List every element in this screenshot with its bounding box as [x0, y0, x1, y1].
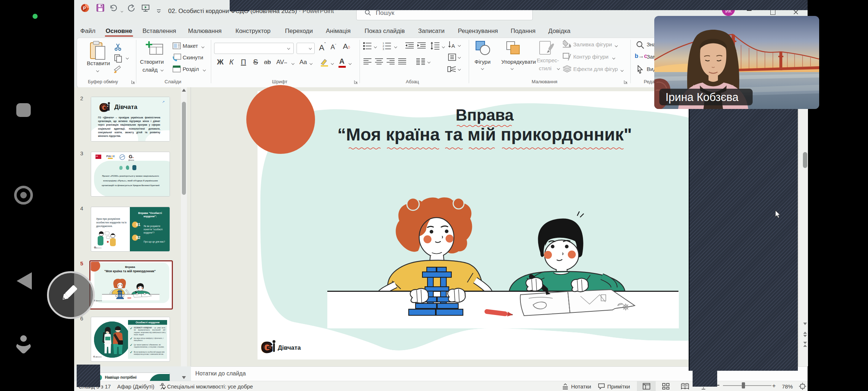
- svg-text:Ірина Кобзєва: Ірина Кобзєва: [665, 91, 739, 104]
